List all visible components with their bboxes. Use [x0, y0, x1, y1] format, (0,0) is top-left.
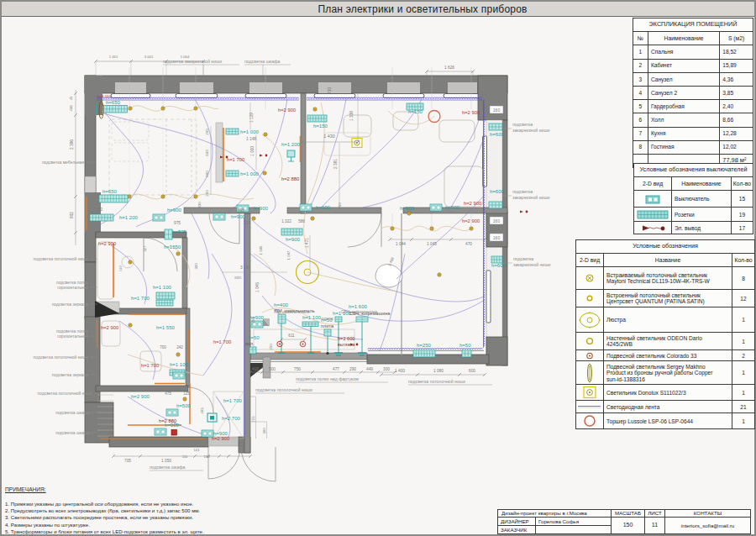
- svg-text:подсветка: подсветка: [513, 256, 533, 261]
- svg-text:h=1550: h=1550: [164, 244, 181, 250]
- svg-text:h=2 900: h=2 900: [98, 241, 116, 246]
- svg-text:110: 110: [182, 455, 188, 459]
- svg-text:3 001: 3 001: [144, 55, 154, 59]
- svg-text:470: 470: [465, 242, 472, 246]
- svg-text:3 456: 3 456: [387, 256, 395, 267]
- svg-text:300: 300: [194, 263, 198, 270]
- svg-text:h=1 000: h=1 000: [240, 171, 260, 176]
- svg-text:750: 750: [294, 367, 301, 371]
- svg-text:125: 125: [183, 391, 190, 396]
- svg-text:160: 160: [493, 235, 501, 240]
- svg-text:горизонтальная: горизонтальная: [57, 334, 88, 339]
- svg-text:h=2 700: h=2 700: [222, 416, 241, 421]
- svg-text:250: 250: [269, 344, 273, 350]
- svg-text:h=1 700: h=1 700: [227, 157, 244, 162]
- svg-text:1 000: 1 000: [250, 146, 255, 156]
- svg-text:h=1 700: h=1 700: [223, 398, 243, 403]
- svg-text:закарнизной ниши: закарнизной ниши: [512, 195, 550, 200]
- svg-text:1 451: 1 451: [109, 55, 118, 59]
- svg-text:h=600: h=600: [491, 263, 507, 268]
- svg-text:h=2 900: h=2 900: [462, 218, 480, 223]
- svg-text:h=1 700: h=1 700: [141, 363, 159, 368]
- svg-text:1 045: 1 045: [427, 242, 437, 246]
- svg-text:1 045: 1 045: [255, 282, 260, 292]
- svg-text:1 044: 1 044: [396, 242, 406, 246]
- svg-text:160: 160: [493, 218, 501, 223]
- svg-text:242: 242: [176, 345, 183, 349]
- svg-text:2 396: 2 396: [70, 139, 74, 150]
- svg-text:h=150: h=150: [313, 123, 328, 129]
- svg-text:h=1 200: h=1 200: [281, 142, 301, 147]
- svg-text:130: 130: [204, 455, 211, 459]
- svg-text:h=900: h=900: [167, 208, 182, 213]
- svg-text:h=900: h=900: [400, 206, 415, 211]
- svg-text:h=1 700: h=1 700: [131, 296, 150, 301]
- svg-text:327: 327: [143, 245, 147, 252]
- svg-text:подсветка зеркала: подсветка зеркала: [52, 372, 89, 377]
- svg-text:h=2 880: h=2 880: [281, 176, 299, 181]
- svg-text:1 129: 1 129: [249, 113, 254, 123]
- svg-text:закарнизной ниши: закарнизной ниши: [512, 128, 550, 133]
- svg-text:h=2 900: h=2 900: [464, 201, 481, 206]
- svg-text:740: 740: [118, 265, 123, 272]
- svg-text:705: 705: [124, 459, 131, 463]
- svg-text:подсветка зеркала: подсветка зеркала: [52, 302, 89, 307]
- svg-text:213: 213: [244, 221, 250, 225]
- svg-text:h=1 100: h=1 100: [153, 285, 172, 290]
- svg-text:141: 141: [194, 448, 201, 452]
- svg-text:1 148: 1 148: [246, 137, 256, 141]
- svg-text:250: 250: [251, 317, 255, 323]
- svg-text:h=1 100: h=1 100: [302, 315, 322, 320]
- svg-text:h=2 900: h=2 900: [101, 325, 118, 330]
- svg-text:290: 290: [349, 367, 356, 371]
- svg-text:горизонтальная: горизонтальная: [57, 285, 88, 290]
- svg-text:ПМ, измельчитель: ПМ, измельчитель: [274, 309, 310, 314]
- svg-text:1 400: 1 400: [395, 369, 405, 373]
- svg-text:250: 250: [338, 202, 342, 209]
- svg-text:h=600: h=600: [490, 189, 505, 194]
- svg-text:h=3 000: h=3 000: [97, 94, 112, 98]
- svg-text:586: 586: [298, 219, 305, 223]
- svg-text:1 050: 1 050: [161, 459, 171, 463]
- svg-text:закарнизной ниши: закарнизной ниши: [513, 262, 551, 267]
- svg-text:600: 600: [469, 369, 475, 373]
- svg-text:1 626: 1 626: [444, 66, 454, 70]
- svg-text:449: 449: [366, 367, 373, 371]
- svg-text:h=1 100: h=1 100: [170, 362, 189, 367]
- svg-text:2 391: 2 391: [333, 159, 338, 169]
- svg-text:600: 600: [205, 150, 209, 156]
- svg-text:h=150: h=150: [408, 109, 423, 114]
- svg-text:h=1 200: h=1 200: [119, 215, 139, 220]
- svg-text:хол.: хол.: [234, 275, 242, 280]
- svg-text:h=2 900: h=2 900: [212, 436, 229, 441]
- svg-text:h=900: h=900: [445, 205, 460, 210]
- svg-text:475: 475: [165, 391, 171, 396]
- svg-text:h=2 900: h=2 900: [462, 110, 480, 115]
- svg-text:1 339: 1 339: [349, 111, 354, 121]
- svg-text:хол.: хол.: [245, 341, 255, 346]
- svg-text:h=250: h=250: [417, 343, 432, 348]
- svg-text:45: 45: [69, 96, 73, 100]
- svg-text:h=2 900: h=2 900: [131, 394, 150, 399]
- svg-text:902: 902: [70, 212, 74, 218]
- svg-text:подсветка потолочной ниши: подсветка потолочной ниши: [255, 387, 312, 392]
- svg-text:160: 160: [493, 108, 501, 113]
- svg-text:300: 300: [262, 428, 266, 434]
- svg-text:200: 200: [205, 190, 209, 197]
- svg-text:h=2 600: h=2 600: [338, 336, 354, 341]
- svg-text:h=1 000: h=1 000: [240, 129, 260, 134]
- svg-text:611: 611: [288, 334, 295, 338]
- svg-text:h=2 880: h=2 880: [159, 418, 176, 423]
- svg-text:h=1 550: h=1 550: [156, 325, 176, 330]
- svg-text:h=500: h=500: [176, 403, 192, 408]
- svg-text:h=900: h=900: [286, 237, 301, 242]
- svg-text:h=900: h=900: [316, 205, 331, 210]
- svg-text:h=900: h=900: [231, 214, 246, 219]
- svg-text:подсветка шкафа: подсветка шкафа: [55, 430, 90, 435]
- svg-text:подсветка потолочной ниши: подсветка потолочной ниши: [34, 256, 89, 261]
- svg-text:h=650: h=650: [102, 189, 118, 194]
- svg-text:подсветка шкафа: подсветка шкафа: [244, 59, 280, 64]
- svg-text:h=2 900: h=2 900: [278, 108, 296, 113]
- svg-text:плита: плита: [321, 323, 334, 328]
- svg-text:1 471: 1 471: [305, 238, 309, 248]
